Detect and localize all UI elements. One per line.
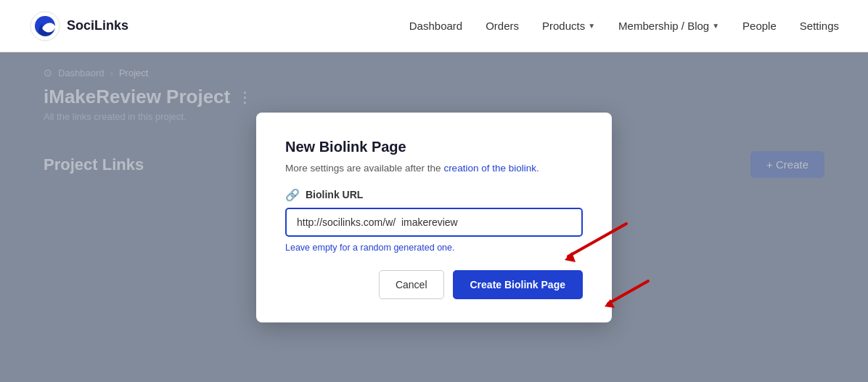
modal-new-biolink: New Biolink Page More settings are avail… [256,113,612,322]
modal-link[interactable]: creation of the biolink [443,163,536,174]
biolink-hint: Leave empty for a random generated one. [285,243,583,253]
modal-actions: Cancel Create Biolink Page [285,270,583,299]
link-icon: 🔗 [285,188,300,202]
arrow-to-create-button [597,277,655,309]
arrow-to-input [554,220,634,264]
nav-people[interactable]: People [742,20,777,32]
socilinks-logo-icon [29,10,61,42]
nav-dashboard[interactable]: Dashboard [409,20,462,32]
cancel-button[interactable]: Cancel [379,270,444,299]
nav-products[interactable]: Products ▼ [542,20,595,32]
biolink-url-input[interactable] [285,208,583,237]
biolink-url-label: 🔗 Biolink URL [285,188,583,202]
nav-membership-blog[interactable]: Membership / Blog ▼ [618,20,719,32]
main-nav: Dashboard Orders Products ▼ Membership /… [409,20,839,32]
logo-text: SociLinks [67,18,128,33]
logo[interactable]: SociLinks [29,10,128,42]
membership-dropdown-icon: ▼ [712,22,719,30]
page-background: ⊙ Dashbaord › Project iMakeReview Projec… [0,52,868,382]
modal-title: New Biolink Page [285,139,583,155]
nav-settings[interactable]: Settings [800,20,839,32]
create-biolink-button[interactable]: Create Biolink Page [453,270,584,299]
header: SociLinks Dashboard Orders Products ▼ Me… [0,0,868,52]
nav-orders[interactable]: Orders [486,20,519,32]
modal-description: More settings are available after the cr… [285,163,583,174]
products-dropdown-icon: ▼ [588,22,595,30]
modal-overlay: New Biolink Page More settings are avail… [0,52,868,382]
